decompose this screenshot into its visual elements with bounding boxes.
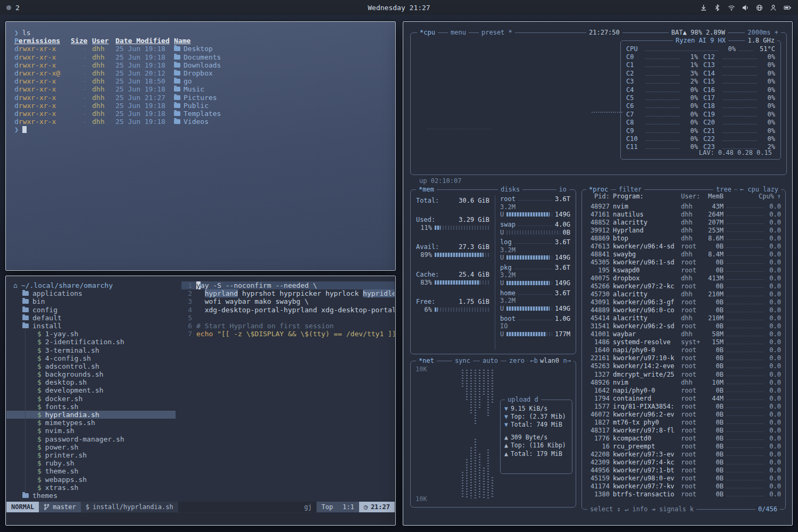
process-row[interactable]: 1327 dmcrypt_write/25 root 0B 0.0 [587,370,781,378]
tree-item[interactable]: $ webapps.sh [6,476,176,484]
net-auto-toggle[interactable]: auto [480,357,501,365]
sort-arrow-icon[interactable]: ↑ [776,193,781,200]
process-row[interactable]: 44889 kworker/u96:0-co root 0B 0.0 [587,306,781,314]
command-line[interactable] [6,513,395,525]
tree-item[interactable]: $ bin [6,297,176,305]
tree-item[interactable]: $ docker.sh [6,395,176,403]
preset-button[interactable]: preset * [479,29,515,37]
prompt-line-empty[interactable]: ❯ [14,126,387,134]
net-stats-title[interactable]: upload d [505,396,541,404]
process-row[interactable]: 47161 nautilus dhh 264M 0.0 [587,210,781,218]
tree-item[interactable]: $ 2-identification.sh [6,338,176,346]
battery-icon[interactable] [784,4,792,11]
menu-button[interactable]: menu [448,29,469,37]
net-sync-toggle[interactable]: sync [452,357,473,365]
header-cpu[interactable]: Cpu% [759,193,772,200]
process-row[interactable]: 42309 kworker/u97:4-kc root 0B 0.0 [587,459,781,467]
process-row[interactable]: 47613 kworker/u96:4-sd root 0B 0.0 [587,242,781,250]
tree-item[interactable]: $ mimetypes.sh [6,419,176,427]
tree-item[interactable]: $ theme.sh [6,467,176,475]
process-row[interactable]: 31541 kworker/u96:2-sd root 0B 0.0 [587,322,781,330]
process-row[interactable]: 43091 kworker/u96:3-gf root 0B 0.0 [587,298,781,306]
terminal-output[interactable]: ❯ls Permissions Size User Date Modified … [6,22,395,270]
tree-item[interactable]: $ hyprlandia.sh [6,411,176,419]
process-row[interactable]: 46072 kworker/u96:2-ev root 0B 0.0 [587,410,781,418]
workspace-dot-icon[interactable] [6,5,11,10]
workspace-indicator[interactable]: 2 [15,4,20,12]
process-row[interactable]: 40075 dropbox dhh 413M 0.0 [587,274,781,282]
process-row[interactable]: 1640 napi/phy0-0 root 0B 0.0 [587,346,781,354]
tree-item[interactable]: $ fonts.sh [6,403,176,411]
tree-item[interactable]: $ config [6,306,176,314]
mem-box-title[interactable]: *mem [416,186,437,194]
header-program[interactable]: Program: [613,193,678,200]
process-row[interactable]: 45263 kworker/14:2-eve root 0B 0.0 [587,362,781,370]
tree-item[interactable]: $ ruby.sh [6,459,176,467]
bluetooth-icon[interactable] [714,4,721,11]
tree-item[interactable]: $ themes [6,492,176,500]
header-user[interactable]: User: [681,193,702,200]
tree-item[interactable]: $ backgrounds.sh [6,370,176,378]
net-next-hint[interactable]: n→ [561,357,573,365]
net-box-title[interactable]: *net [416,357,437,365]
tree-item[interactable]: $ 1-yay.sh [6,330,176,338]
wifi-icon[interactable] [728,4,735,11]
tree-item[interactable]: $ 3-terminal.sh [6,346,176,354]
tree-item[interactable]: $ development.sh [6,386,176,394]
tree-item[interactable]: $ power.sh [6,443,176,451]
tree-item[interactable]: $ printer.sh [6,451,176,459]
process-row[interactable]: 16 rcu_preempt root 0B 0.0 [587,442,781,450]
process-row[interactable]: 1827 mt76-tx phy0 root 0B 0.0 [587,418,781,426]
user-icon[interactable] [770,4,777,11]
process-row[interactable]: 1486 systemd-resolve syst+ 15M 0.0 [587,338,781,346]
process-row[interactable]: 42208 kworker/u97:3-ev root 0B 0.0 [587,450,781,458]
globe-icon[interactable] [756,4,763,11]
process-row[interactable]: 48926 nvim dhh 10M 0.0 [587,378,781,386]
tree-item[interactable]: $ xtras.sh [6,484,176,492]
proc-footer-hints[interactable]: select ↕ ↵ info ⇥ signals k [587,505,696,513]
process-row[interactable]: 1577 irq/81-PIXA3854: root 0B 0.0 [587,402,781,410]
process-row[interactable]: 48927 nvim dhh 43M 0.0 [587,202,781,210]
process-row[interactable]: 22161 kworker/u97:10-k root 0B 0.0 [587,354,781,362]
process-row[interactable]: 48841 swaybg dhh 8.4M 0.0 [587,250,781,258]
process-row[interactable]: 45414 alacritty dhh 210M 0.0 [587,314,781,322]
process-row[interactable]: 1642 napi/phy0-0 root 0B 0.0 [587,386,781,394]
cpu-box-title[interactable]: *cpu [417,29,438,37]
process-row[interactable]: 48852 alacritty dhh 207M 0.0 [587,218,781,226]
clock[interactable]: Wednesday 21:27 [0,4,798,12]
tree-item[interactable]: $ nvim.sh [6,427,176,435]
process-row[interactable]: 1776 kcompactd0 root 0B 0.0 [587,434,781,442]
tree-item[interactable]: $ adscontrol.sh [6,362,176,370]
tree-item[interactable]: $ default [6,314,176,322]
tree-item[interactable]: $ 4-config.sh [6,354,176,362]
tree-item[interactable]: $ applications [6,289,176,297]
process-row[interactable]: 45266 kworker/u97:2-kc root 0B 0.0 [587,282,781,290]
process-row[interactable]: 45159 kworker/u98:0-ev root 0B 0.0 [587,475,781,483]
header-pid[interactable]: Pid: [587,193,610,200]
header-mem[interactable]: MemB [705,193,724,200]
editor-pane[interactable]: 1yay -S --noconfirm --needed \ 2 hyprlan… [181,281,395,501]
process-cpu-graph [727,493,764,496]
tree-item[interactable]: $ desktop.sh [6,378,176,386]
process-row[interactable]: 44956 kworker/u97:1-bt root 0B 0.0 [587,467,781,475]
process-cpu-graph [727,220,764,224]
download-icon[interactable] [700,4,707,11]
process-row[interactable]: 1794 containerd root 44M 0.0 [587,394,781,402]
process-row[interactable]: 48317 kworker/u97:8-fl root 0B 0.0 [587,426,781,434]
net-zero-toggle[interactable]: zero [506,357,527,365]
process-row[interactable]: 41174 kworker/u97:7-kv root 0B 0.0 [587,483,781,491]
tree-item[interactable]: $ password-manager.sh [6,435,176,443]
disks-title[interactable]: disks [498,186,522,194]
tree-item[interactable]: $ install [6,322,176,330]
volume-icon[interactable] [742,4,749,11]
refresh-interval[interactable]: 2000ms + [745,29,781,37]
process-row[interactable]: 48869 btop dhh 8.6M 0.0 [587,234,781,242]
process-row[interactable]: 195 kswapd0 root 0B 0.0 [587,266,781,274]
io-title[interactable]: io [556,186,569,194]
file-tree[interactable]: ⌂ ~/.local/share/omarchy $ applications … [6,281,176,501]
process-row[interactable]: 45305 kworker/u96:1-sd root 0B 0.0 [587,258,781,266]
process-row[interactable]: 39912 Hyprland dhh 253M 0.0 [587,226,781,234]
process-row[interactable]: 45730 alacritty dhh 210M 0.0 [587,290,781,298]
process-row[interactable]: 41001 waybar dhh 58M 0.0 [587,330,781,338]
process-row[interactable]: 1380 btrfs-transactio root 0B 0.0 [587,491,781,498]
